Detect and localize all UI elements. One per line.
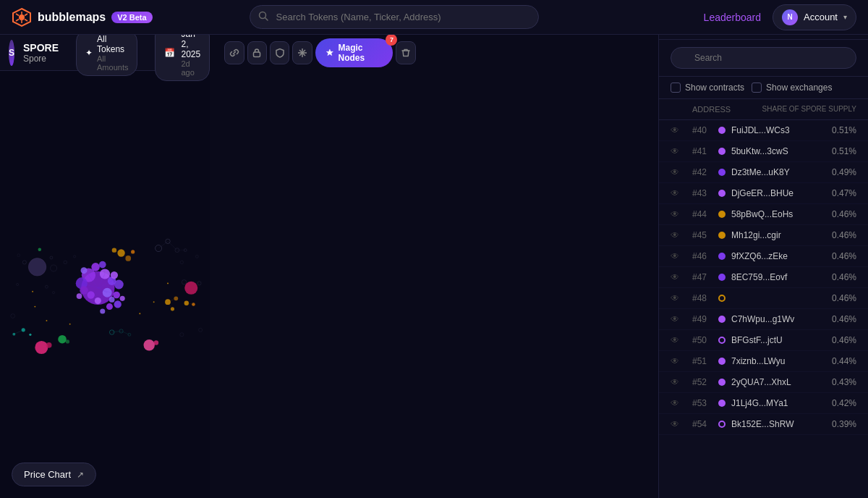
row-info: #46 9fXZQ6...zEke [692,251,832,261]
svg-point-105 [139,313,140,314]
search-bar[interactable] [250,5,539,29]
table-row[interactable]: 👁 #44 58pBwQ...EoHs 0.46% [659,204,868,225]
table-row[interactable]: 👁 #40 FuiJDL...WCs3 0.51% [659,120,868,141]
svg-point-78 [58,335,67,344]
row-address: 2yQUA7...XhxL [731,377,791,387]
row-info: #50 BFGstF...jctU [692,335,832,345]
eye-icon[interactable]: 👁 [671,356,692,366]
date-info: Jan 2, 2025 2d ago [181,29,200,77]
row-address: Dz3tMe...uK8Y [731,167,790,177]
calendar-icon: 📅 [164,48,175,58]
table-row[interactable]: 👁 #46 9fXZQ6...zEke 0.46% [659,246,868,267]
snowflake-tool-button[interactable] [292,41,312,64]
table-row[interactable]: 👁 #50 BFGstF...jctU 0.46% [659,330,868,351]
row-share: 0.46% [832,230,856,240]
avatar-initial: N [787,13,792,21]
svg-point-1 [19,14,25,20]
logo-text: bubblemaps [38,11,106,24]
svg-point-31 [77,293,82,299]
row-share: 0.51% [832,146,856,156]
table-row[interactable]: 👁 #52 2yQUA7...XhxL 0.43% [659,372,868,393]
row-address: FuiJDL...WCs3 [731,125,790,135]
table-row[interactable]: 👁 #54 Bk152E...ShRW 0.39% [659,414,868,435]
leaderboard-link[interactable]: Leaderboard [704,12,761,23]
row-address: 58pBwQ...EoHs [731,209,793,219]
price-chart-button[interactable]: Price Chart ↗ [12,463,96,486]
eye-icon[interactable]: 👁 [671,377,692,387]
table-row[interactable]: 👁 #41 5buKtw...3cwS 0.51% [659,141,868,162]
svg-point-24 [91,263,100,271]
svg-point-61 [174,296,178,300]
svg-point-84 [154,340,158,345]
row-dot [718,232,726,239]
row-info: #45 Mh12gi...cgir [692,230,832,240]
logo-area: bubblemaps V2 Beta [12,7,153,28]
star-icon: ✦ [85,48,93,58]
eye-icon[interactable]: 👁 [671,167,692,177]
row-info: #47 8EC759...Eovf [692,272,832,282]
panel-search-input[interactable] [671,47,856,69]
row-rank: #54 [692,419,712,429]
checkbox-box-2 [752,83,762,93]
table-row[interactable]: 👁 #43 DjGeER...BHUe 0.47% [659,183,868,204]
row-address: Mh12gi...cgir [731,230,781,240]
eye-icon[interactable]: 👁 [671,314,692,324]
panel-filters: Show contracts Show exchanges [659,77,868,99]
table-row[interactable]: 👁 #48 0.46% [659,288,868,309]
bubble-chart [0,71,210,498]
v2-badge: V2 Beta [111,12,152,23]
row-share: 0.43% [832,377,856,387]
table-row[interactable]: 👁 #42 Dz3tMe...uK8Y 0.49% [659,162,868,183]
row-rank: #46 [692,251,712,261]
eye-icon[interactable]: 👁 [671,419,692,429]
row-share: 0.51% [832,125,856,135]
svg-point-106 [153,301,155,303]
row-dot [718,358,726,365]
magic-nodes-label: Magic Nodes [339,43,383,63]
account-button[interactable]: N Account ▾ [773,4,856,30]
show-exchanges-checkbox[interactable]: Show exchanges [752,83,832,93]
trash-button[interactable] [396,41,415,64]
eye-icon[interactable]: 👁 [671,398,692,408]
link-tool-button[interactable] [224,41,244,64]
eye-icon[interactable]: 👁 [671,188,692,198]
token-filter-button[interactable]: ✦ All Tokens All Amounts [76,30,137,76]
right-panel: Address List + Show contracts Show excha… [658,0,868,498]
eye-icon[interactable]: 👁 [671,251,692,261]
table-row[interactable]: 👁 #49 C7hWpu...g1Wv 0.46% [659,309,868,330]
eye-icon[interactable]: 👁 [671,146,692,156]
row-dot [718,400,726,407]
lock-tool-button[interactable] [247,41,267,64]
row-share: 0.39% [832,419,856,429]
show-contracts-checkbox[interactable]: Show contracts [671,83,744,93]
row-rank: #49 [692,314,712,324]
table-row[interactable]: 👁 #51 7xiznb...LWyu 0.44% [659,351,868,372]
shield-tool-button[interactable] [270,41,289,64]
eye-icon[interactable]: 👁 [671,293,692,303]
logo-icon [12,7,32,28]
row-rank: #41 [692,146,712,156]
row-rank: #51 [692,356,712,366]
search-input[interactable] [250,5,539,29]
row-info: #42 Dz3tMe...uK8Y [692,167,832,177]
filter-label: All Tokens [97,34,128,54]
svg-point-21 [88,291,95,298]
table-row[interactable]: 👁 #45 Mh12gi...cgir 0.46% [659,225,868,246]
eye-icon[interactable]: 👁 [671,272,692,282]
magic-nodes-button[interactable]: 7 Magic Nodes [315,38,393,67]
eye-icon[interactable]: 👁 [671,230,692,240]
table-row[interactable]: 👁 #53 J1Lj4G...MYa1 0.42% [659,393,868,414]
row-dot [718,421,726,428]
row-info: #44 58pBwQ...EoHs [692,209,832,219]
svg-point-75 [12,333,15,336]
table-row[interactable]: 👁 #47 8EC759...Eovf 0.46% [659,267,868,288]
token-ticker: Spore [23,54,59,64]
row-address: Bk152E...ShRW [731,419,793,429]
svg-point-35 [120,296,125,301]
row-rank: #40 [692,125,712,135]
eye-icon[interactable]: 👁 [671,125,692,135]
eye-icon[interactable]: 👁 [671,335,692,345]
eye-icon[interactable]: 👁 [671,209,692,219]
svg-point-68 [28,258,46,276]
panel-search-wrap [671,47,856,69]
